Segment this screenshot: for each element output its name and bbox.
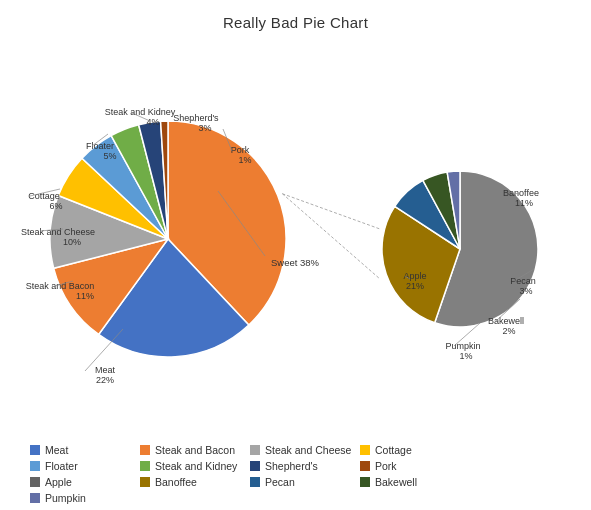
legend-color [140,461,150,471]
legend-label: Meat [45,444,68,456]
pie-label: Steak and Bacon [26,281,95,291]
legend-label: Floater [45,460,78,472]
legend-label: Bakewell [375,476,417,488]
pie-label: 11% [76,291,94,301]
legend-label: Apple [45,476,72,488]
legend-color [30,445,40,455]
pie-label: 6% [49,201,62,211]
legend-color [140,445,150,455]
pie-label: Meat [95,365,116,375]
pie-label: 1% [238,155,251,165]
legend-color [250,477,260,487]
pie-label: Steak and Cheese [21,227,95,237]
legend-color [250,461,260,471]
legend-item: Apple [30,476,140,488]
pie-label: 11% [515,198,533,208]
legend: MeatSteak and BaconSteak and CheeseCotta… [0,438,591,510]
pie-label: Shepherd's [173,113,219,123]
legend-label: Steak and Kidney [155,460,237,472]
pie-label: 21% [406,281,424,291]
pie-label: 1% [459,351,472,361]
legend-label: Pumpkin [45,492,86,504]
legend-label: Banoffee [155,476,197,488]
pie-label: 4% [146,117,159,127]
legend-item: Bakewell [360,476,470,488]
legend-item: Pork [360,460,470,472]
legend-item: Meat [30,444,140,456]
pie-label: 3% [519,286,532,296]
svg-line-0 [282,194,380,229]
legend-item: Banoffee [140,476,250,488]
legend-color [250,445,260,455]
legend-label: Pecan [265,476,295,488]
legend-label: Cottage [375,444,412,456]
pie-label: Banoffee [503,188,539,198]
legend-item: Cottage [360,444,470,456]
pie-label: Bakewell [488,316,524,326]
legend-label: Steak and Cheese [265,444,351,456]
legend-item: Shepherd's [250,460,360,472]
legend-color [30,461,40,471]
pie-label: Sweet 38% [271,257,320,268]
pie-label: 22% [96,375,114,385]
pie-label: Pork [231,145,250,155]
pie-label: 3% [198,123,211,133]
pie-label: 5% [103,151,116,161]
pie-label: 2% [502,326,515,336]
chart-svg: Sweet 38%Meat22%Steak and Bacon11%Steak … [0,31,591,431]
pie-label: Apple [403,271,426,281]
legend-item: Steak and Cheese [250,444,360,456]
pie-label: Steak and Kidney [105,107,176,117]
legend-item: Pumpkin [30,492,140,504]
legend-color [360,477,370,487]
legend-color [360,445,370,455]
legend-color [30,477,40,487]
pie-label: Pumpkin [445,341,480,351]
legend-item: Steak and Bacon [140,444,250,456]
legend-item: Floater [30,460,140,472]
legend-item: Pecan [250,476,360,488]
chart-area: Sweet 38%Meat22%Steak and Bacon11%Steak … [0,31,591,431]
legend-item: Steak and Kidney [140,460,250,472]
legend-color [30,493,40,503]
pie-label: 10% [63,237,81,247]
pie-label: Floater [86,141,114,151]
legend-label: Steak and Bacon [155,444,235,456]
legend-color [360,461,370,471]
legend-color [140,477,150,487]
legend-label: Shepherd's [265,460,318,472]
chart-title: Really Bad Pie Chart [0,0,591,31]
chart-container: Really Bad Pie Chart Sweet 38%Meat22%Ste… [0,0,591,510]
legend-label: Pork [375,460,397,472]
